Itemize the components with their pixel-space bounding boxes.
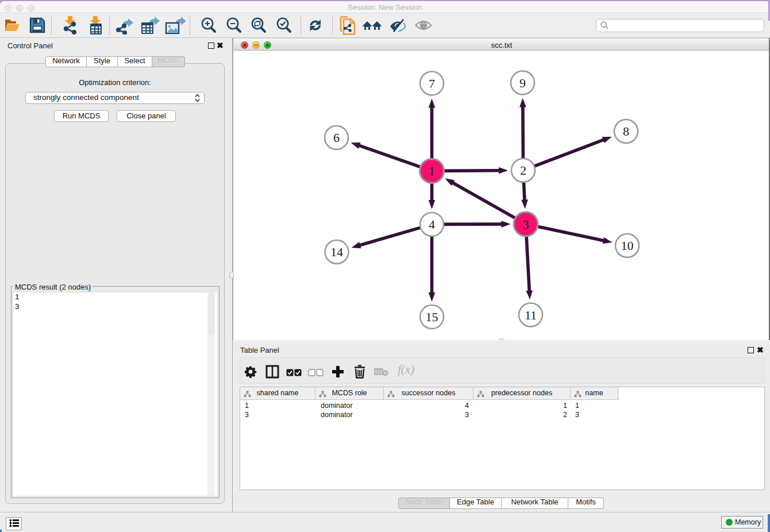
svg-text:7: 7	[429, 76, 435, 91]
svg-text:11: 11	[525, 308, 537, 322]
svg-text:2: 2	[520, 163, 526, 178]
svg-text:10: 10	[621, 238, 634, 253]
svg-text:15: 15	[426, 310, 438, 324]
svg-text:6: 6	[333, 130, 340, 145]
svg-text:3: 3	[523, 217, 529, 232]
svg-text:4: 4	[429, 217, 435, 232]
svg-text:14: 14	[330, 245, 343, 259]
svg-text:1: 1	[429, 164, 435, 178]
svg-text:9: 9	[519, 76, 526, 90]
svg-text:8: 8	[623, 124, 629, 138]
